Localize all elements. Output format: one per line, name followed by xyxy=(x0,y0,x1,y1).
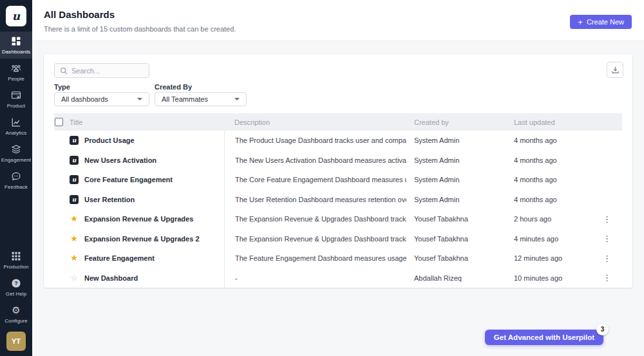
table-row[interactable]: ☆ New Dashboard - Abdallah Rizeq 10 minu… xyxy=(54,268,622,288)
table-row[interactable]: ★ Expansion Revenue & Upgrades The Expan… xyxy=(54,209,622,229)
dashboards-table: Title Description Created by Last update… xyxy=(54,113,622,288)
dashboard-last-updated: 4 minutes ago xyxy=(506,235,591,243)
sidebar-item-dashboards[interactable]: Dashboards xyxy=(0,32,32,59)
page-title: All Dashboards xyxy=(44,9,115,20)
table-row[interactable]: u User Retention The User Retention Dash… xyxy=(54,190,622,210)
star-filled-icon: ★ xyxy=(70,254,79,263)
dashboard-title: Expansion Revenue & Upgrades xyxy=(84,215,193,223)
row-menu-kebab-icon[interactable]: ⋮ xyxy=(600,214,614,225)
create-new-button[interactable]: + Create New xyxy=(570,15,632,29)
star-filled-icon: ★ xyxy=(70,234,79,243)
star-outline-icon: ☆ xyxy=(70,274,79,283)
download-icon xyxy=(611,66,620,74)
search-box xyxy=(54,63,149,78)
dashboards-card: Type All dashboards Created By All Teamm… xyxy=(44,54,632,288)
table-row[interactable]: u Product Usage The Product Usage Dashbo… xyxy=(54,131,622,151)
dashboard-last-updated: 4 months ago xyxy=(506,156,591,164)
sidebar-item-get-help[interactable]: ? Get Help xyxy=(0,274,32,301)
dashboard-created-by: Abdallah Rizeq xyxy=(406,274,506,282)
dashboard-description: - xyxy=(224,268,406,288)
dashboard-description: The Core Feature Engagement Dashboard me… xyxy=(224,170,406,190)
dashboard-last-updated: 4 months ago xyxy=(506,176,591,183)
column-header-description: Description xyxy=(224,113,406,131)
production-icon xyxy=(11,251,21,261)
product-icon xyxy=(11,90,21,100)
dashboard-description: The Product Usage Dashboard tracks user … xyxy=(224,131,406,151)
dashboard-created-by: Yousef Tabakhna xyxy=(406,215,506,223)
column-header-created-by: Created by xyxy=(406,118,506,126)
dashboard-last-updated: 12 minutes ago xyxy=(506,254,591,262)
dashboard-last-updated: 10 minutes ago xyxy=(506,274,591,282)
row-menu-kebab-icon[interactable]: ⋮ xyxy=(600,272,614,283)
page-subtitle: There is a limit of 15 custom dashboards… xyxy=(44,25,236,33)
user-avatar[interactable]: YT xyxy=(6,332,26,351)
dashboard-description: The Expansion Revenue & Upgrades Dashboa… xyxy=(224,229,406,249)
dashboard-title: Expansion Revenue & Upgrades 2 xyxy=(84,235,200,243)
dashboard-description: The Expansion Revenue & Upgrades Dashboa… xyxy=(224,209,406,229)
dashboard-description: The Feature Engagement Dashboard measure… xyxy=(224,248,406,268)
table-body: u Product Usage The Product Usage Dashbo… xyxy=(54,131,622,288)
select-all-checkbox[interactable] xyxy=(55,118,63,126)
dashboard-created-by: System Admin xyxy=(406,176,506,183)
table-row[interactable]: u New Users Activation The New Users Act… xyxy=(54,151,622,171)
people-icon xyxy=(11,63,21,73)
engagement-icon xyxy=(11,144,21,155)
created-by-filter-label: Created By xyxy=(155,83,192,91)
created-by-filter-value: All Teammates xyxy=(162,95,208,103)
table-header-row: Title Description Created by Last update… xyxy=(54,113,622,131)
sidebar-item-feedback[interactable]: Feedback xyxy=(0,167,32,194)
dashboard-description: The User Retention Dashboard measures re… xyxy=(224,190,406,210)
type-filter-select[interactable]: All dashboards xyxy=(54,92,149,106)
sidebar-item-analytics[interactable]: Analytics xyxy=(0,113,32,140)
help-icon: ? xyxy=(11,278,21,288)
svg-text:?: ? xyxy=(14,280,18,286)
export-download-button[interactable] xyxy=(607,62,623,78)
dashboard-last-updated: 4 months ago xyxy=(506,136,591,144)
dashboard-created-by: Yousef Tabakhna xyxy=(406,254,506,262)
feedback-icon xyxy=(11,171,21,182)
plus-icon: + xyxy=(578,18,583,26)
column-header-title: Title xyxy=(70,118,224,126)
dashboard-title: New Dashboard xyxy=(84,274,138,282)
sidebar-item-people[interactable]: People xyxy=(0,59,32,86)
chevron-down-icon xyxy=(234,98,240,100)
configure-icon: ⚙ xyxy=(12,305,20,315)
get-advanced-button[interactable]: Get Advanced with Userpilot xyxy=(485,330,603,345)
userpilot-badge: u xyxy=(70,195,79,204)
dashboards-icon xyxy=(11,36,21,46)
dashboard-created-by: System Admin xyxy=(406,136,506,144)
sidebar-nav-bottom: Production ? Get Help ⚙ Configure xyxy=(0,247,32,328)
content-area: Type All dashboards Created By All Teamm… xyxy=(32,41,644,356)
column-header-last-updated: Last updated xyxy=(506,118,591,126)
star-filled-icon: ★ xyxy=(70,214,79,223)
row-menu-kebab-icon[interactable]: ⋮ xyxy=(600,233,614,244)
table-row[interactable]: u Core Feature Engagement The Core Featu… xyxy=(54,170,622,190)
row-menu-kebab-icon[interactable]: ⋮ xyxy=(600,253,614,264)
userpilot-badge: u xyxy=(70,156,79,165)
sidebar-item-product[interactable]: Product xyxy=(0,86,32,113)
created-by-filter-select[interactable]: All Teammates xyxy=(155,92,247,106)
dashboard-title: Core Feature Engagement xyxy=(84,176,173,183)
userpilot-badge: u xyxy=(70,136,79,145)
table-row[interactable]: ★ Expansion Revenue & Upgrades 2 The Exp… xyxy=(54,229,622,249)
type-filter-label: Type xyxy=(54,83,70,91)
create-new-label: Create New xyxy=(587,18,624,26)
dashboard-title: User Retention xyxy=(84,196,135,203)
search-icon xyxy=(60,67,68,75)
userpilot-badge: u xyxy=(70,175,79,184)
table-row[interactable]: ★ Feature Engagement The Feature Engagem… xyxy=(54,248,622,268)
sidebar-item-configure[interactable]: ⚙ Configure xyxy=(0,301,32,328)
search-input[interactable] xyxy=(71,67,144,75)
analytics-icon xyxy=(11,117,21,127)
page-header: All Dashboards There is a limit of 15 cu… xyxy=(32,0,644,41)
dashboard-last-updated: 2 hours ago xyxy=(506,215,591,223)
cta-notification-badge: 3 xyxy=(596,323,609,335)
sidebar-nav-top: Dashboards People Product Analytics Enga… xyxy=(0,32,32,194)
sidebar-item-engagement[interactable]: Engagement xyxy=(0,140,32,167)
dashboard-title: Product Usage xyxy=(84,136,135,144)
sidebar-item-production[interactable]: Production xyxy=(0,247,32,274)
userpilot-logo[interactable]: u xyxy=(6,6,26,26)
dashboard-created-by: System Admin xyxy=(406,156,506,164)
chevron-down-icon xyxy=(137,98,142,100)
dashboard-title: New Users Activation xyxy=(84,156,156,164)
